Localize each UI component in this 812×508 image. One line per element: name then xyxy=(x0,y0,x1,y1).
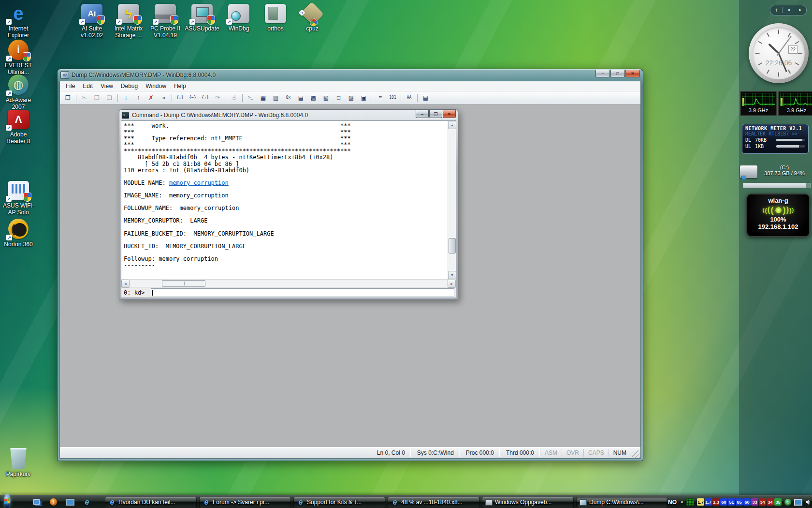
watch-window-icon[interactable]: ▦ xyxy=(257,92,269,103)
step-over-icon[interactable]: {→} xyxy=(187,92,199,103)
internet-explorer-icon[interactable]: e xyxy=(82,497,92,508)
next-page-button[interactable]: ► xyxy=(795,6,806,15)
scroll-left-button[interactable]: ◄ xyxy=(121,280,130,288)
desktop-icon-intel-matrix-storage[interactable]: ϟ↗Intel Matrix Storage ... xyxy=(110,4,147,39)
menu-window[interactable]: Window xyxy=(142,82,170,90)
cpu-graph xyxy=(742,93,775,106)
desktop-icon-windbg[interactable]: ↗WinDbg xyxy=(220,4,257,39)
everest-tray-icon[interactable]: i xyxy=(48,497,58,508)
keyboard-language-indicator[interactable]: NO xyxy=(668,499,677,506)
horizontal-scroll-thumb[interactable] xyxy=(162,280,205,287)
wlan-arc: ) xyxy=(786,206,789,214)
switch-windows-icon[interactable] xyxy=(31,497,42,508)
scroll-right-button[interactable]: ► xyxy=(448,280,456,288)
break-icon[interactable]: » xyxy=(158,92,170,103)
menu-edit[interactable]: Edit xyxy=(79,82,97,90)
prev-page-button[interactable]: ◄ xyxy=(783,6,794,15)
cut-icon: ✂ xyxy=(78,92,90,103)
disassembly-window-icon[interactable]: ▧ xyxy=(320,92,332,103)
show-desktop-icon[interactable] xyxy=(65,497,75,508)
resize-grip[interactable] xyxy=(632,450,639,458)
taskbar-button-48-av-18-1840-x8[interactable]: e48 % av ...18-1840.x8... xyxy=(388,497,479,508)
taskbar-button-label: 48 % av ...18-1840.x8... xyxy=(401,499,463,506)
desktop-icon-pc-probe[interactable]: ↗PC Probe II V1.04.19 xyxy=(147,4,184,39)
stop-debugging-icon[interactable]: ✗ xyxy=(145,92,157,103)
memory-corruption-link[interactable]: memory_corruption xyxy=(169,179,229,186)
taskbar-button-windows-oppgaveb[interactable]: Windows Oppgaveb... xyxy=(482,497,574,508)
call-stack-window-icon[interactable]: ▩ xyxy=(307,92,319,103)
volume-icon[interactable] xyxy=(805,499,812,505)
kd-command-input[interactable] xyxy=(151,288,454,297)
command-browser-icon[interactable]: ▣ xyxy=(358,92,370,103)
scroll-down-button[interactable]: ▼ xyxy=(448,271,456,279)
processes-window-icon[interactable]: ▨ xyxy=(345,92,357,103)
restore-button[interactable]: ❐ xyxy=(429,110,442,118)
cpu-meter-gadget-core2[interactable]: 3.9 GHz xyxy=(778,91,812,116)
maximize-button[interactable]: □ xyxy=(610,70,625,77)
tray-collapse-icon[interactable]: ◄ xyxy=(680,500,683,504)
close-button[interactable]: ✕ xyxy=(443,110,456,118)
memory-window-icon[interactable]: ▤ xyxy=(295,92,307,103)
desktop-icon-adobe-reader-8[interactable]: Λ↗Adobe Reader 8 xyxy=(0,110,37,145)
status-flag-num: NUM xyxy=(609,449,631,457)
step-out-icon[interactable]: {↑} xyxy=(199,92,211,103)
desktop-icon-recycle-bin[interactable]: Papirkurv xyxy=(0,448,37,478)
open-source-file-icon[interactable]: ❒ xyxy=(62,92,74,103)
desktop-icon-cpuz[interactable]: ↗cpuz xyxy=(294,4,331,39)
desktop-icon-norton-360[interactable]: ↺↗Norton 360 xyxy=(0,219,37,248)
menu-help[interactable]: Help xyxy=(170,82,190,90)
kd-prompt-label: 0: kd> xyxy=(121,289,151,296)
desktop-icon-orthos[interactable]: orthos xyxy=(257,4,294,39)
desktop-icon-ai-suite[interactable]: Ai↗AI Suite v1.02.02 xyxy=(73,4,110,39)
vertical-scrollbar[interactable]: ▲ ▼ xyxy=(448,121,456,279)
minimize-button[interactable]: – xyxy=(416,110,429,118)
console-line: Followup: memory_corruption xyxy=(124,255,448,262)
minimize-button[interactable]: – xyxy=(595,70,610,77)
desktop-icon-ad-aware-2007[interactable]: ◍↗Ad-Aware 2007 xyxy=(0,75,37,111)
locals-window-icon[interactable]: ▥ xyxy=(270,92,282,103)
network-activity-icon[interactable] xyxy=(686,498,694,506)
command-window-icon[interactable]: >_ xyxy=(245,92,257,103)
wlan-signal-gadget[interactable]: wlan-g (((()))) 100% 192.168.1.102 xyxy=(746,194,810,237)
cpuz-icon: ↗ xyxy=(301,2,324,26)
taskbar-button-hvordan-du-kan-feil[interactable]: eHvordan DU kan feil... xyxy=(105,497,197,508)
registers-window-icon[interactable]: 0x xyxy=(282,92,294,103)
menu-view[interactable]: View xyxy=(97,82,117,90)
console-line: ****************************************… xyxy=(124,148,448,154)
desktop-icon-asus-update[interactable]: ↗ASUSUpdate xyxy=(184,4,220,39)
disk-space-gadget[interactable]: (C:) 387.73 GB / 94% xyxy=(739,164,812,191)
source-mode-icon[interactable]: ≡ xyxy=(374,92,386,103)
display-tray-icon[interactable] xyxy=(794,499,802,506)
close-button[interactable]: ✕ xyxy=(625,70,640,77)
desktop-icon-everest-ultimate[interactable]: i↗EVEREST Ultima... xyxy=(0,40,37,76)
taskbar-button-support-for-kits-t[interactable]: eSupport for Kits & T... xyxy=(293,497,385,508)
menu-file[interactable]: File xyxy=(62,82,79,90)
restart-icon[interactable]: ↑ xyxy=(132,92,145,103)
font-icon[interactable]: AA xyxy=(403,92,415,103)
cpu-meter-gadget-core1[interactable]: 3.9 GHz xyxy=(740,91,777,116)
desktop-icon-asus-wifi-ap-solo[interactable]: ↗ASUS WiFi-AP Solo xyxy=(0,181,37,216)
console-text: *** xyxy=(124,141,134,148)
update-tray-icon[interactable]: ↻ xyxy=(784,499,791,506)
taskbar-button-forum-svarer-i-pr[interactable]: eForum -> Svarer i pr... xyxy=(199,497,291,508)
desktop-icon-internet-explorer[interactable]: e↗Internet Explorer xyxy=(0,4,37,39)
horizontal-scrollbar[interactable]: ◄ ► xyxy=(121,279,456,287)
asus-wifi-ap-solo-icon: ↗ xyxy=(8,181,29,200)
options-icon[interactable]: ▤ xyxy=(420,92,432,103)
step-into-icon[interactable]: {↓} xyxy=(174,92,186,103)
start-button[interactable] xyxy=(4,494,11,508)
taskbar-button-dump-c-windows[interactable]: Dump C:\Windows\... xyxy=(576,497,668,508)
menu-debug[interactable]: Debug xyxy=(117,82,142,90)
clock-gadget[interactable]: 22 22:26:06 xyxy=(749,23,809,83)
windbg-titlebar[interactable]: W Dump C:\Windows\MEMORY.DMP - WinDbg:6.… xyxy=(58,69,643,81)
console-line: --------- xyxy=(124,262,448,268)
vertical-scroll-thumb[interactable] xyxy=(449,238,456,254)
add-gadget-button[interactable]: + xyxy=(770,6,782,15)
breakpoint-icon[interactable]: ☝ xyxy=(228,92,240,103)
command-titlebar[interactable]: >_ Command - Dump C:\Windows\MEMORY.DMP … xyxy=(119,110,458,120)
go-icon[interactable]: ↓ xyxy=(120,92,132,103)
assembly-options-icon[interactable]: 101 xyxy=(387,92,399,103)
scroll-up-button[interactable]: ▲ xyxy=(448,121,456,129)
scratch-pad-icon[interactable]: □ xyxy=(333,92,345,103)
network-meter-gadget[interactable]: NETWORK METER V2.1 REALTEK RTL8187 >> DL… xyxy=(742,124,809,154)
